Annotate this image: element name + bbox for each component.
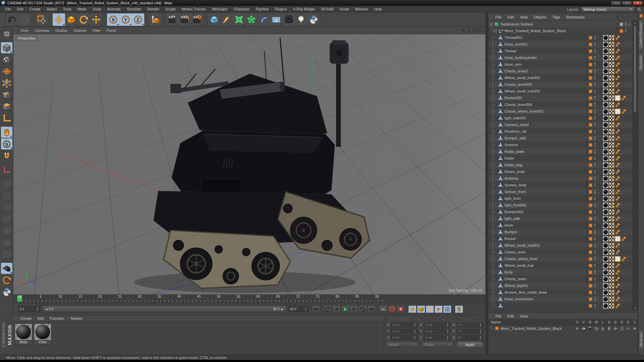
move-button[interactable] xyxy=(53,13,65,26)
uvw-tag-icon[interactable] xyxy=(609,290,614,295)
render-view-button[interactable] xyxy=(166,13,178,26)
preview-range-slider[interactable]: ◄ 0 F90 F ► xyxy=(42,306,286,312)
layer-chip[interactable] xyxy=(589,63,592,66)
uvw-tag-icon[interactable] xyxy=(609,176,614,181)
search-button[interactable] xyxy=(615,14,619,19)
normal-tag-icon[interactable] xyxy=(615,95,621,101)
object-row[interactable] xyxy=(488,302,632,309)
object-row[interactable]: light_front xyxy=(488,195,632,202)
object-row[interactable]: Chasis_lever2 xyxy=(488,68,632,74)
menu-item-cameras[interactable]: Cameras xyxy=(32,28,53,33)
dock-tab-attributes[interactable]: Attributes xyxy=(639,329,644,350)
material-tag-icon[interactable] xyxy=(603,249,608,255)
layer-chip[interactable] xyxy=(589,270,592,274)
object-row[interactable]: Radio_plate xyxy=(488,148,632,155)
generators-toggle[interactable] xyxy=(612,326,619,331)
next-key-button[interactable] xyxy=(359,305,367,313)
material-tag-icon[interactable] xyxy=(603,135,608,141)
python-button[interactable] xyxy=(307,13,320,26)
layer-chip[interactable] xyxy=(589,203,592,207)
selection-tag-icon[interactable] xyxy=(615,176,621,181)
object-row[interactable]: Chasis_lever004 xyxy=(488,101,632,108)
material-tag-icon[interactable] xyxy=(603,216,608,222)
selection-tag-icon[interactable] xyxy=(615,189,621,195)
uvw-tag-icon[interactable] xyxy=(609,75,614,81)
material-tag-icon[interactable] xyxy=(603,303,608,309)
object-row[interactable]: Chasis_lever xyxy=(488,249,632,255)
dolly-view-button[interactable] xyxy=(467,28,471,33)
menu-item-window[interactable]: Window xyxy=(352,7,371,11)
subdivision-surface-button[interactable] xyxy=(233,13,245,26)
object-row[interactable]: Screws_Arm_rotate_base xyxy=(488,289,632,296)
palette-handle[interactable] xyxy=(13,315,17,321)
object-row[interactable]: Rocker xyxy=(488,235,632,242)
visibility-dots-icon[interactable] xyxy=(594,230,596,234)
layer-chip[interactable] xyxy=(589,244,592,247)
layer-chip[interactable] xyxy=(589,250,592,254)
model-mode-button[interactable] xyxy=(1,42,12,53)
object-row[interactable]: Subdivision Surface✓ xyxy=(488,21,632,27)
filter-eye-button[interactable] xyxy=(626,14,631,19)
spinner-icon[interactable]: ▲▼ xyxy=(478,329,482,334)
menu-item-character[interactable]: Character xyxy=(230,7,253,11)
selection-tag-icon[interactable] xyxy=(615,129,621,134)
viewport-scene[interactable]: Perspective Grid Spacing : 100 cm Y X Z xyxy=(13,34,485,294)
object-row[interactable]: Chasis_wheel_lever001 xyxy=(488,108,632,115)
orbit-view-button[interactable] xyxy=(472,28,477,33)
layer-chip[interactable] xyxy=(589,96,592,100)
object-row[interactable]: Hoses_body xyxy=(488,168,632,175)
environment-button[interactable] xyxy=(270,13,282,26)
spinner-icon[interactable]: ▲▼ xyxy=(445,322,449,327)
layer-chip[interactable] xyxy=(589,110,592,113)
uvw-tag-icon[interactable] xyxy=(609,209,614,215)
palette-handle[interactable] xyxy=(0,355,4,360)
menu-item-mesh[interactable]: Mesh xyxy=(74,7,90,11)
layer-chip[interactable] xyxy=(589,103,592,107)
visibility-dots-icon[interactable] xyxy=(594,116,596,120)
visibility-dots-icon[interactable] xyxy=(594,136,596,140)
edges-mode-button[interactable] xyxy=(1,89,12,100)
object-row[interactable]: Chasis_lever003 xyxy=(488,81,632,88)
object-row[interactable]: Wheel_big001 xyxy=(488,282,632,289)
live-selection-button[interactable] xyxy=(36,13,48,26)
material-tag-icon[interactable] xyxy=(603,283,608,289)
selection-tag-icon[interactable] xyxy=(615,35,621,41)
menu-item-edit[interactable]: Edit xyxy=(504,314,517,318)
apply-button[interactable]: Apply xyxy=(457,342,483,348)
object-row[interactable]: Hook xyxy=(488,222,632,229)
material-tag-icon[interactable] xyxy=(603,129,608,134)
uvw-tag-icon[interactable] xyxy=(609,48,614,54)
coord-input[interactable]: 0 cm▲▼ xyxy=(391,335,418,340)
visibility-dots-icon[interactable] xyxy=(594,69,596,73)
object-row[interactable]: Bumper001 xyxy=(488,208,632,215)
visibility-dots-icon[interactable] xyxy=(594,150,596,153)
menu-item-tools[interactable]: Tools xyxy=(60,7,74,11)
layer-chip[interactable] xyxy=(620,22,623,26)
spline-pen-button[interactable] xyxy=(220,13,233,26)
polygons-mode-button[interactable] xyxy=(1,101,12,112)
uvw-tag-icon[interactable] xyxy=(609,115,614,121)
redo-button[interactable] xyxy=(18,13,31,26)
material-tag-icon[interactable] xyxy=(603,35,608,41)
menu-item-animate[interactable]: Animate xyxy=(104,7,124,11)
disabled-tool-4-button[interactable]: PSR xyxy=(1,214,12,225)
material-tag-icon[interactable] xyxy=(603,48,608,54)
visibility-dots-icon[interactable] xyxy=(594,96,596,100)
layout-dropdown[interactable]: Startup (User)▼ xyxy=(581,7,635,12)
layer-chip[interactable] xyxy=(589,43,592,46)
menu-item-sculpt[interactable]: Sculpt xyxy=(162,7,179,11)
selection-tag-icon[interactable] xyxy=(615,263,621,268)
material-tag-icon[interactable] xyxy=(603,95,608,101)
material-tag-icon[interactable] xyxy=(603,223,608,228)
dock-tab-content-browser[interactable]: Content Browser xyxy=(638,19,643,50)
prev-key-button[interactable] xyxy=(324,305,332,313)
menu-item-simulate[interactable]: Simulate xyxy=(124,7,144,11)
play-button[interactable] xyxy=(341,305,350,313)
material-tag-icon[interactable] xyxy=(603,102,608,108)
layer-chip[interactable] xyxy=(589,123,592,127)
disabled-tool-1-button[interactable]: + xyxy=(1,178,12,189)
search-icon[interactable] xyxy=(637,7,641,12)
visibility-dots-icon[interactable] xyxy=(594,163,596,167)
material-tag-icon[interactable] xyxy=(603,122,608,128)
vertical-splitter[interactable] xyxy=(485,12,488,355)
